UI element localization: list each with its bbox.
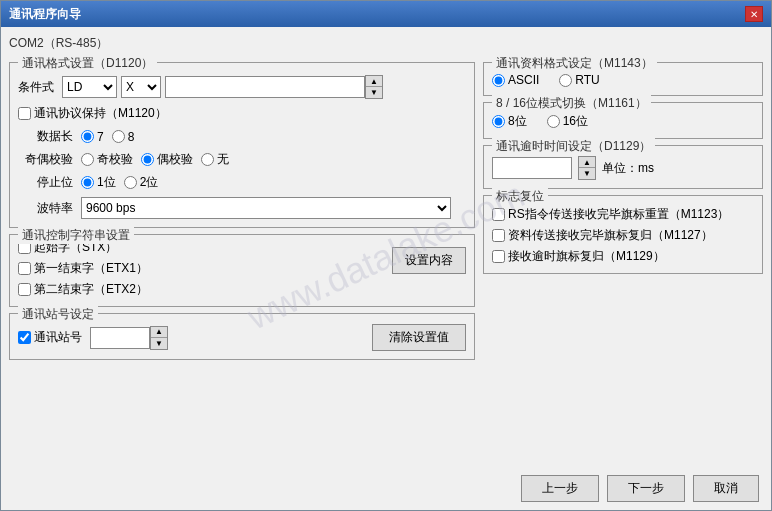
- station-down-btn[interactable]: ▼: [151, 338, 167, 349]
- parity-even-radio[interactable]: 偶校验: [141, 151, 193, 168]
- timeout-input[interactable]: 0: [492, 157, 572, 179]
- parity-even-input[interactable]: [141, 153, 154, 166]
- parity-odd-input[interactable]: [81, 153, 94, 166]
- ascii-radio[interactable]: ASCII: [492, 73, 539, 87]
- cancel-button[interactable]: 取消: [693, 475, 759, 502]
- right-panel: 通讯资料格式设定（M1143） ASCII RTU 8 /: [483, 62, 763, 459]
- baud-row: 波特率 9600 bps 4800 bps 19200 bps 38400 bp…: [18, 197, 466, 219]
- etx1-label: 第一结束字（ETX1）: [34, 260, 148, 277]
- flag2-checkbox[interactable]: 资料传送接收完毕旗标复归（M1127）: [492, 227, 754, 244]
- data-length-7-radio[interactable]: 7: [81, 130, 104, 144]
- mode-group-title: 8 / 16位模式切换（M1161）: [492, 95, 651, 112]
- etx1-checkbox[interactable]: 第一结束字（ETX1）: [18, 260, 148, 277]
- set-content-button[interactable]: 设置内容: [392, 247, 466, 274]
- control-checkboxes: 起始字（STX） 第一结束字（ETX1） 第二结束字（ETX2）: [18, 239, 148, 298]
- condition-select2[interactable]: X: [121, 76, 161, 98]
- protocol-checkbox[interactable]: 通讯协议保持（M1120）: [18, 105, 167, 122]
- condition-up-btn[interactable]: ▲: [366, 76, 382, 87]
- station-spinner: ▲ ▼: [150, 326, 168, 350]
- station-checkbox-input[interactable]: [18, 331, 31, 344]
- data-length-8-input[interactable]: [112, 130, 125, 143]
- station-group: 通讯站号设定 通讯站号 1 ▲ ▼: [9, 313, 475, 360]
- bit16-label: 16位: [563, 113, 588, 130]
- parity-none-radio[interactable]: 无: [201, 151, 229, 168]
- flag2-input[interactable]: [492, 229, 505, 242]
- data-length-7-input[interactable]: [81, 130, 94, 143]
- bit8-label: 8位: [508, 113, 527, 130]
- condition-value-input[interactable]: 0: [165, 76, 365, 98]
- parity-even-label: 偶校验: [157, 151, 193, 168]
- stop-bit-radio-group: 1位 2位: [81, 174, 158, 191]
- rtu-radio-input[interactable]: [559, 74, 572, 87]
- mode-group: 8 / 16位模式切换（M1161） 8位 16位: [483, 102, 763, 139]
- com-port-label: COM2（RS-485）: [9, 35, 763, 52]
- data-length-8-radio[interactable]: 8: [112, 130, 135, 144]
- parity-radio-group: 奇校验 偶校验 无: [81, 151, 229, 168]
- data-format-group-title: 通讯资料格式设定（M1143）: [492, 55, 657, 72]
- control-group: 通讯控制字符串设置 起始字（STX） 第一结束字（ETX1）: [9, 234, 475, 307]
- flag1-checkbox[interactable]: RS指令传送接收完毕旗标重置（M1123）: [492, 206, 754, 223]
- stop-bit-1-radio[interactable]: 1位: [81, 174, 116, 191]
- stop-bit-2-radio[interactable]: 2位: [124, 174, 159, 191]
- condition-spinner: ▲ ▼: [365, 75, 383, 99]
- condition-select1[interactable]: LD: [62, 76, 117, 98]
- bit8-radio[interactable]: 8位: [492, 113, 527, 130]
- bit16-radio-input[interactable]: [547, 115, 560, 128]
- etx2-checkbox[interactable]: 第二结束字（ETX2）: [18, 281, 148, 298]
- rtu-radio[interactable]: RTU: [559, 73, 599, 87]
- timeout-down-btn[interactable]: ▼: [579, 168, 595, 179]
- etx2-label: 第二结束字（ETX2）: [34, 281, 148, 298]
- ascii-radio-input[interactable]: [492, 74, 505, 87]
- bit16-radio[interactable]: 16位: [547, 113, 588, 130]
- stop-bit-1-input[interactable]: [81, 176, 94, 189]
- baud-select[interactable]: 9600 bps 4800 bps 19200 bps 38400 bps: [81, 197, 451, 219]
- flag1-input[interactable]: [492, 208, 505, 221]
- title-bar: 通讯程序向导 ✕: [1, 1, 771, 27]
- parity-odd-radio[interactable]: 奇校验: [81, 151, 133, 168]
- window-title: 通讯程序向导: [9, 6, 81, 23]
- clear-button[interactable]: 清除设置值: [372, 324, 466, 351]
- station-up-btn[interactable]: ▲: [151, 327, 167, 338]
- condition-down-btn[interactable]: ▼: [366, 87, 382, 98]
- left-panel: 通讯格式设置（D1120） 条件式 LD X 0 ▲: [9, 62, 475, 459]
- flag2-label: 资料传送接收完毕旗标复归（M1127）: [508, 227, 713, 244]
- data-length-label: 数据长: [18, 128, 73, 145]
- rtu-label: RTU: [575, 73, 599, 87]
- protocol-label: 通讯协议保持（M1120）: [34, 105, 167, 122]
- flag3-label: 接收逾时旗标复归（M1129）: [508, 248, 665, 265]
- protocol-checkbox-input[interactable]: [18, 107, 31, 120]
- station-number-input[interactable]: 1: [90, 327, 150, 349]
- bottom-bar: 上一步 下一步 取消: [1, 467, 771, 510]
- station-left: 通讯站号 1 ▲ ▼: [18, 326, 168, 350]
- condition-value-wrapper: 0 ▲ ▼: [165, 75, 383, 99]
- etx1-checkbox-input[interactable]: [18, 262, 31, 275]
- timeout-unit-label: 单位：ms: [602, 160, 654, 177]
- flag3-checkbox[interactable]: 接收逾时旗标复归（M1129）: [492, 248, 754, 265]
- prev-button[interactable]: 上一步: [521, 475, 599, 502]
- control-items: 起始字（STX） 第一结束字（ETX1） 第二结束字（ETX2） 设: [18, 239, 466, 298]
- parity-none-input[interactable]: [201, 153, 214, 166]
- ascii-label: ASCII: [508, 73, 539, 87]
- protocol-row: 通讯协议保持（M1120）: [18, 105, 466, 122]
- stop-bit-row: 停止位 1位 2位: [18, 174, 466, 191]
- close-button[interactable]: ✕: [745, 6, 763, 22]
- main-window: 通讯程序向导 ✕ COM2（RS-485） 通讯格式设置（D1120） 条件式 …: [0, 0, 772, 511]
- data-length-row: 数据长 7 8: [18, 128, 466, 145]
- flag3-input[interactable]: [492, 250, 505, 263]
- condition-row: 条件式 LD X 0 ▲ ▼: [18, 75, 466, 99]
- control-group-title: 通讯控制字符串设置: [18, 227, 134, 244]
- station-group-title: 通讯站号设定: [18, 306, 98, 323]
- baud-label: 波特率: [18, 200, 73, 217]
- timeout-spinner: ▲ ▼: [578, 156, 596, 180]
- etx2-checkbox-input[interactable]: [18, 283, 31, 296]
- next-button[interactable]: 下一步: [607, 475, 685, 502]
- parity-odd-label: 奇校验: [97, 151, 133, 168]
- bit8-radio-input[interactable]: [492, 115, 505, 128]
- parity-row: 奇偶校验 奇校验 偶校验: [18, 151, 466, 168]
- stop-bit-2-input[interactable]: [124, 176, 137, 189]
- station-checkbox[interactable]: 通讯站号: [18, 329, 82, 346]
- flag-group-title: 标志复位: [492, 188, 548, 205]
- timeout-up-btn[interactable]: ▲: [579, 157, 595, 168]
- format-group-title: 通讯格式设置（D1120）: [18, 55, 157, 72]
- format-group: 通讯格式设置（D1120） 条件式 LD X 0 ▲: [9, 62, 475, 228]
